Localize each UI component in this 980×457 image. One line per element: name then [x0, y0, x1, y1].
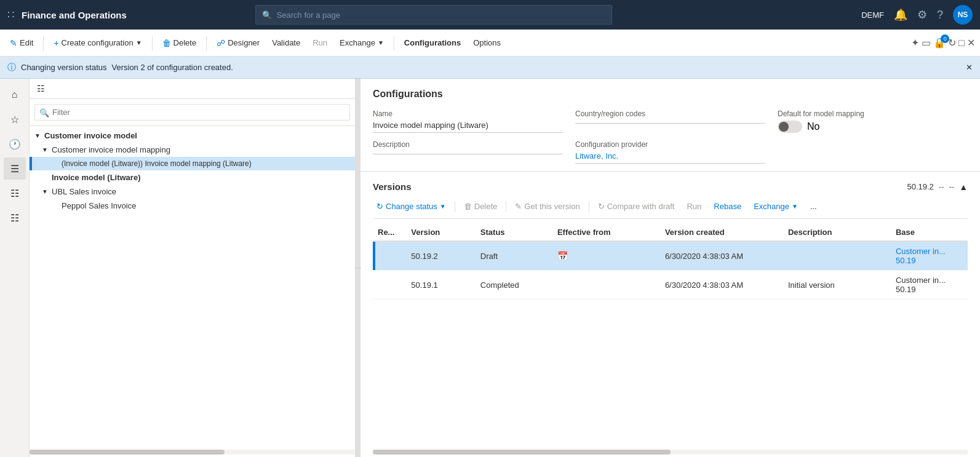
- row-base-num: 50.19: [896, 285, 916, 294]
- tree-item-label: Peppol Sales Invoice: [62, 201, 136, 210]
- col-effective-from[interactable]: Effective from: [552, 224, 660, 241]
- clock-icon[interactable]: 🕐: [4, 133, 26, 155]
- tree-filter-area: 🔍: [30, 99, 355, 126]
- panel-icon[interactable]: ▭: [922, 37, 931, 49]
- expander-icon: ▼: [34, 132, 42, 139]
- description-label: Description: [373, 140, 563, 149]
- grid-small-icon[interactable]: ☷: [4, 182, 26, 204]
- tree-content: ▼ Customer invoice model ▼ Customer invo…: [30, 126, 355, 447]
- star-icon[interactable]: ☆: [4, 108, 26, 130]
- expander-icon: ▼: [42, 146, 49, 153]
- config-provider-label: Configuration provider: [575, 140, 765, 149]
- tree-item-peppol[interactable]: Peppol Sales Invoice: [30, 199, 355, 213]
- calendar-icon[interactable]: 📅: [557, 251, 568, 261]
- country-codes-value: [575, 121, 765, 124]
- default-mapping-toggle[interactable]: [778, 121, 802, 133]
- command-bar: ✎ Edit + Create configuration ▼ 🗑 Delete…: [0, 30, 980, 57]
- tree-scrollbar-h[interactable]: [30, 450, 355, 455]
- table-row[interactable]: 50.19.2 Draft 📅 6/30/2020 4:38:03 AM Cus…: [373, 241, 968, 271]
- top-bar-right: DEMF 🔔 ⚙ ? NS: [861, 5, 973, 25]
- refresh-icon[interactable]: ↻: [948, 37, 956, 49]
- tree-item-invoice-model[interactable]: Invoice model (Litware): [30, 170, 355, 185]
- settings-gear-icon[interactable]: ⚙: [917, 8, 927, 22]
- notification-bar: ⓘ Changing version status Version 2 of c…: [0, 57, 980, 79]
- get-this-version-button[interactable]: ✎ Get this version: [511, 199, 583, 213]
- designer-button[interactable]: ☍ Designer: [212, 34, 265, 52]
- home-icon[interactable]: ⌂: [4, 84, 26, 106]
- grid-icon[interactable]: ∷: [7, 8, 14, 22]
- help-question-icon[interactable]: ?: [937, 9, 943, 22]
- compare-icon: ↻: [598, 202, 605, 211]
- row-base-num-link[interactable]: 50.19: [896, 256, 916, 265]
- detail-panel: Configurations Name Invoice model mappin…: [361, 79, 980, 457]
- delete-button[interactable]: 🗑 Delete: [157, 34, 202, 52]
- create-configuration-button[interactable]: + Create configuration ▼: [49, 34, 146, 52]
- tree-filter-icon[interactable]: ☷: [34, 81, 47, 96]
- versions-title: Versions: [373, 181, 412, 192]
- col-re: Re...: [373, 224, 406, 241]
- ver-delete-button[interactable]: 🗑 Delete: [460, 199, 501, 213]
- edit-button[interactable]: ✎ Edit: [5, 34, 38, 52]
- col-version-created[interactable]: Version created: [660, 224, 783, 241]
- configurations-button[interactable]: Configurations: [399, 34, 466, 51]
- tree-item-invoice-model-litware[interactable]: (Invoice model (Litware)) Invoice model …: [30, 157, 355, 170]
- versions-header: Versions 50.19.2 -- -- ▲: [373, 181, 968, 192]
- configurations-title: Configurations: [373, 89, 968, 100]
- col-description[interactable]: Description: [783, 224, 891, 241]
- versions-current: 50.19.2: [907, 182, 933, 191]
- filter-icon[interactable]: ✦: [911, 37, 919, 49]
- cmd-right: ✦ ▭ 🔒 0 ↻ □ ✕: [911, 37, 975, 49]
- col-base[interactable]: Base: [891, 224, 968, 241]
- row-base-link[interactable]: Customer in...: [896, 247, 946, 256]
- country-codes-field-group: Country/region codes: [575, 109, 765, 133]
- tree-item-model-mapping[interactable]: ▼ Customer invoice model mapping: [30, 143, 355, 157]
- detail-header: Configurations Name Invoice model mappin…: [361, 79, 980, 172]
- list-icon[interactable]: ☰: [4, 157, 26, 180]
- tree-item-label: (Invoice model (Litware)) Invoice model …: [62, 159, 252, 168]
- tree-item-customer-invoice-model[interactable]: ▼ Customer invoice model: [30, 129, 355, 143]
- versions-nav: 50.19.2 -- -- ▲: [907, 182, 968, 192]
- description-value: [373, 151, 563, 154]
- versions-section: Versions 50.19.2 -- -- ▲ ↻ Change status…: [361, 172, 980, 447]
- detail-scrollbar-h[interactable]: [373, 450, 968, 455]
- col-status[interactable]: Status: [476, 224, 552, 241]
- validate-button[interactable]: Validate: [267, 34, 305, 51]
- badge-icon[interactable]: 🔒 0: [933, 37, 946, 49]
- col-version[interactable]: Version: [406, 224, 476, 241]
- run-button[interactable]: Run: [308, 34, 332, 51]
- config-provider-value[interactable]: Litware, Inc.: [575, 151, 765, 164]
- compare-with-draft-button[interactable]: ↻ Compare with draft: [594, 199, 679, 213]
- exchange-button[interactable]: Exchange ▼: [335, 34, 389, 51]
- notification-close-icon[interactable]: ✕: [966, 63, 973, 72]
- ver-run-button[interactable]: Run: [683, 199, 705, 213]
- country-codes-label: Country/region codes: [575, 109, 765, 118]
- tree-item-ubl-sales[interactable]: ▼ UBL Sales invoice: [30, 185, 355, 199]
- change-status-button[interactable]: ↻ Change status ▼: [373, 199, 450, 213]
- ver-exchange-button[interactable]: Exchange ▼: [750, 199, 802, 213]
- selected-indicator: [30, 157, 32, 170]
- versions-nav-up-icon[interactable]: ▲: [959, 182, 968, 192]
- close-top-icon[interactable]: ✕: [967, 37, 975, 49]
- more-button[interactable]: ...: [807, 199, 821, 213]
- row-status: Draft: [476, 241, 552, 271]
- tree-item-label: UBL Sales invoice: [52, 187, 116, 196]
- avatar[interactable]: NS: [953, 5, 973, 25]
- filter-search-icon: 🔍: [39, 108, 49, 117]
- resize-handle[interactable]: ⋮: [356, 79, 361, 457]
- ver-delete-icon: 🗑: [464, 202, 472, 211]
- tree-filter-input[interactable]: [34, 104, 350, 121]
- create-config-chevron-icon: ▼: [136, 39, 142, 46]
- report-icon[interactable]: ☷: [4, 207, 26, 229]
- config-provider-field-group: Configuration provider Litware, Inc.: [575, 140, 765, 164]
- rebase-button[interactable]: Rebase: [710, 199, 745, 213]
- row-selected-bar: [373, 242, 375, 270]
- search-box: 🔍: [255, 5, 612, 25]
- options-button[interactable]: Options: [468, 34, 506, 51]
- maximize-icon[interactable]: □: [958, 38, 965, 49]
- search-input[interactable]: [277, 10, 605, 20]
- table-row[interactable]: 50.19.1 Completed 6/30/2020 4:38:03 AM I…: [373, 271, 968, 300]
- notification-bell-icon[interactable]: 🔔: [894, 8, 907, 22]
- versions-table: Re... Version Status Effective from Vers…: [373, 224, 968, 300]
- tree-scrollbar-thumb: [30, 450, 225, 455]
- row-description: [783, 241, 891, 271]
